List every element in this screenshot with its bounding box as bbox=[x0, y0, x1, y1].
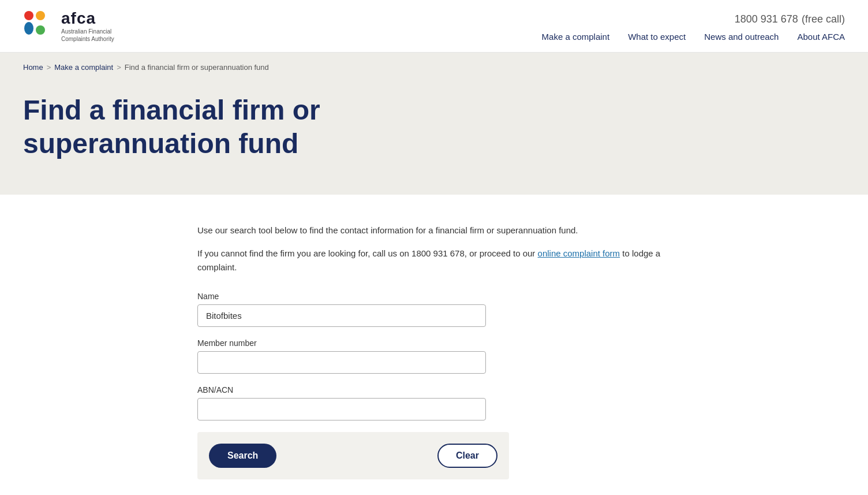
svg-point-1 bbox=[36, 11, 45, 20]
member-label: Member number bbox=[197, 338, 671, 348]
breadcrumb: Home > Make a complaint > Find a financi… bbox=[23, 63, 845, 82]
name-label: Name bbox=[197, 292, 671, 301]
breadcrumb-current: Find a financial firm or superannuation … bbox=[125, 63, 269, 72]
phone-number: 1800 931 678 (free call) bbox=[735, 11, 845, 26]
clear-button[interactable]: Clear bbox=[437, 444, 497, 468]
svg-point-3 bbox=[36, 25, 45, 35]
svg-point-0 bbox=[24, 11, 33, 20]
breadcrumb-sep-2: > bbox=[117, 63, 121, 72]
nav-news-outreach[interactable]: News and outreach bbox=[704, 32, 779, 42]
hero-section: Find a financial firm or superannuation … bbox=[0, 82, 868, 195]
logo-sub: Australian Financial Complaints Authorit… bbox=[61, 28, 114, 43]
nav-what-to-expect[interactable]: What to expect bbox=[628, 32, 686, 42]
complaint-form-link[interactable]: online complaint form bbox=[538, 248, 620, 258]
member-input[interactable] bbox=[197, 351, 486, 374]
breadcrumb-home[interactable]: Home bbox=[23, 63, 43, 72]
logo-text-area: afca Australian Financial Complaints Aut… bbox=[61, 9, 114, 43]
nav-about-afca[interactable]: About AFCA bbox=[797, 32, 845, 42]
logo-name: afca bbox=[61, 9, 114, 28]
abn-field-group: ABN/ACN bbox=[197, 385, 671, 420]
site-header: afca Australian Financial Complaints Aut… bbox=[0, 0, 868, 53]
name-input[interactable] bbox=[197, 304, 486, 327]
search-form: Name Member number ABN/ACN Search Clear bbox=[197, 292, 671, 479]
description-line2: If you cannot find the firm you are look… bbox=[197, 247, 671, 274]
breadcrumb-make-complaint[interactable]: Make a complaint bbox=[54, 63, 113, 72]
main-nav: Make a complaint What to expect News and… bbox=[542, 32, 845, 42]
button-row: Search Clear bbox=[197, 432, 509, 479]
page-title: Find a financial firm or superannuation … bbox=[23, 94, 427, 160]
breadcrumb-sep-1: > bbox=[47, 63, 51, 72]
header-right: 1800 931 678 (free call) Make a complain… bbox=[542, 11, 845, 42]
abn-input[interactable] bbox=[197, 398, 486, 420]
member-field-group: Member number bbox=[197, 338, 671, 374]
main-content: Use our search tool below to find the co… bbox=[174, 195, 694, 495]
abn-label: ABN/ACN bbox=[197, 385, 671, 394]
description-line1: Use our search tool below to find the co… bbox=[197, 224, 671, 237]
nav-make-complaint[interactable]: Make a complaint bbox=[542, 32, 610, 42]
logo-area: afca Australian Financial Complaints Aut… bbox=[23, 9, 114, 43]
breadcrumb-bar: Home > Make a complaint > Find a financi… bbox=[0, 53, 868, 82]
name-field-group: Name bbox=[197, 292, 671, 327]
afca-logo-icon bbox=[23, 10, 55, 42]
svg-point-2 bbox=[24, 22, 33, 35]
search-button[interactable]: Search bbox=[209, 444, 276, 468]
